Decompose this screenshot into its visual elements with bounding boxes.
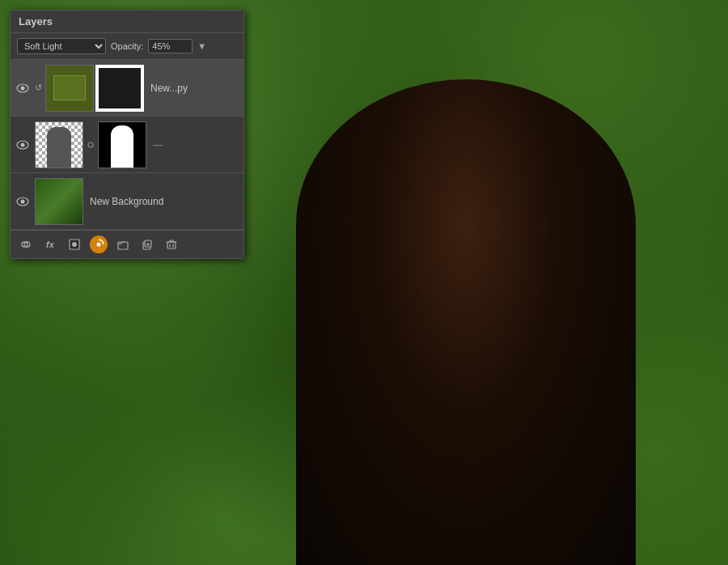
- layer1-refresh-icon: ↺: [35, 83, 42, 93]
- svg-rect-11: [118, 242, 128, 249]
- svg-rect-16: [167, 242, 176, 249]
- fx-label: fx: [46, 240, 54, 249]
- layer1-color-block: [53, 75, 87, 100]
- svg-point-10: [97, 243, 101, 247]
- layer-row[interactable]: —: [11, 117, 243, 173]
- layer2-silhouette: [111, 125, 133, 168]
- panel-title: Layers: [19, 15, 53, 28]
- eye-icon-layer2[interactable]: [15, 138, 30, 152]
- new-group-button[interactable]: [114, 236, 132, 253]
- delete-layer-button[interactable]: [163, 236, 180, 253]
- layer2-name: —: [153, 139, 239, 151]
- layer-row[interactable]: New Background: [11, 173, 243, 230]
- eye-icon-layer1[interactable]: [15, 81, 30, 96]
- person-figure: [296, 79, 636, 565]
- link-layers-button[interactable]: [17, 236, 35, 253]
- layer1-mask-content: [97, 66, 142, 110]
- svg-point-1: [21, 86, 25, 90]
- layer3-main-thumb: [35, 178, 83, 225]
- fx-button[interactable]: fx: [41, 236, 59, 253]
- opacity-input[interactable]: [148, 39, 193, 53]
- svg-point-3: [21, 142, 25, 147]
- layer1-thumb-content: [46, 66, 93, 111]
- layer1-thumbnails: [45, 65, 144, 112]
- new-fill-layer-button[interactable]: [90, 236, 108, 253]
- layer1-mask-thumb: [95, 65, 144, 112]
- add-mask-button[interactable]: [66, 236, 83, 253]
- blend-mode-select[interactable]: Soft Light Normal Multiply Screen Overla…: [17, 38, 106, 54]
- layer3-thumb-content: [36, 179, 83, 224]
- panel-toolbar: fx: [11, 230, 243, 258]
- layer2-link-icon: [87, 121, 95, 168]
- layer1-main-thumb: [45, 65, 94, 112]
- svg-point-8: [72, 242, 77, 247]
- panel-title-bar: Layers: [11, 11, 243, 33]
- layer3-thumbnails: [35, 178, 83, 225]
- layer-row[interactable]: ↺ New...py: [11, 60, 243, 117]
- opacity-dropdown-arrow[interactable]: ▼: [197, 41, 206, 51]
- svg-point-6: [21, 199, 25, 203]
- svg-point-4: [88, 142, 93, 147]
- eye-icon-layer3[interactable]: [15, 194, 30, 209]
- layer2-thumb-content: [36, 122, 83, 168]
- layer3-name: New Background: [90, 196, 239, 207]
- layer1-name: New...py: [150, 83, 239, 94]
- layer2-main-thumb: [35, 121, 83, 168]
- opacity-label: Opacity:: [111, 41, 143, 51]
- blend-opacity-bar: Soft Light Normal Multiply Screen Overla…: [11, 33, 243, 60]
- layers-panel: Layers Soft Light Normal Multiply Screen…: [10, 10, 244, 259]
- layer2-mask-thumb: [98, 121, 146, 168]
- layers-list: ↺ New...py: [11, 60, 243, 230]
- layer2-person-shape: [47, 127, 71, 168]
- new-layer-button[interactable]: [138, 236, 156, 253]
- layer2-thumbnails: [35, 121, 146, 168]
- layer2-mask-content: [99, 122, 146, 168]
